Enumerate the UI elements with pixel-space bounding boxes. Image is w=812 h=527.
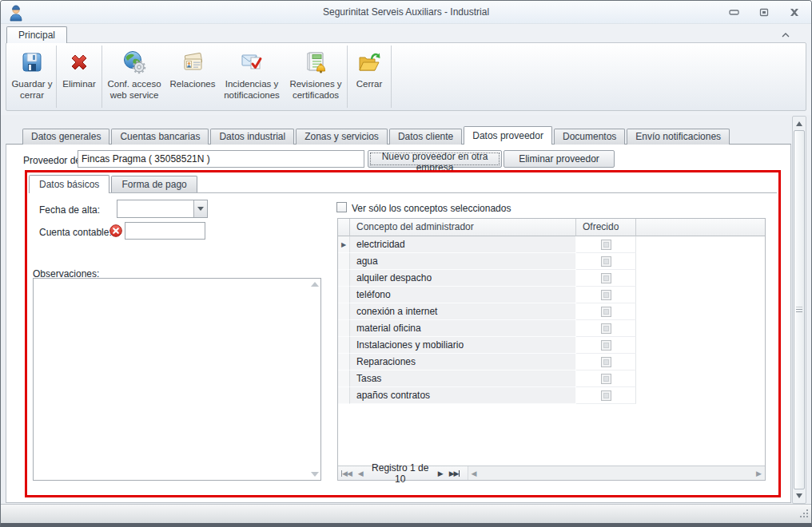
- concepto-cell[interactable]: material oficina: [350, 320, 576, 337]
- ofrecido-cell[interactable]: [576, 287, 636, 303]
- concepto-cell[interactable]: apaños contratos: [350, 387, 576, 404]
- save-close-button[interactable]: Guardar y cerrar: [8, 44, 56, 109]
- document-tabs: Datos generales Cuentas bancarias Datos …: [22, 127, 731, 145]
- tab-documentos[interactable]: Documentos: [554, 129, 625, 145]
- scroll-left-icon[interactable]: ◀: [472, 470, 477, 477]
- ofrecido-cell[interactable]: [576, 253, 636, 270]
- table-row[interactable]: apaños contratos: [338, 387, 765, 404]
- table-row[interactable]: Tasas: [338, 370, 765, 387]
- relations-button[interactable]: Relaciones: [166, 44, 219, 109]
- scrollbar-up-icon[interactable]: [793, 117, 806, 130]
- ofrecido-cell[interactable]: [576, 270, 636, 287]
- grid-column-empty: [636, 219, 765, 236]
- concepto-cell[interactable]: teléfono: [350, 287, 576, 303]
- ofrecido-checkbox[interactable]: [601, 357, 611, 367]
- grid-column-ofrecido[interactable]: Ofrecido: [576, 219, 636, 236]
- relations-label: Relaciones: [170, 79, 216, 90]
- concepto-cell[interactable]: alquiler despacho: [350, 270, 576, 287]
- concepto-cell[interactable]: agua: [350, 253, 576, 270]
- grid-horizontal-scrollbar[interactable]: ◀ ▶: [468, 466, 765, 480]
- ofrecido-checkbox[interactable]: [601, 307, 611, 317]
- provider-label: Proveedor de:: [23, 155, 83, 166]
- ofrecido-checkbox[interactable]: [601, 323, 611, 334]
- tab-envio-notificaciones[interactable]: Envío notificaciones: [627, 129, 730, 145]
- table-row[interactable]: conexión a internet: [338, 303, 765, 320]
- new-provider-button[interactable]: Nuevo proveedor en otra empresa: [368, 150, 502, 168]
- last-record-icon[interactable]: ▶▶: [446, 470, 463, 477]
- concepto-cell[interactable]: Instalaciones y mobiliario: [350, 337, 576, 354]
- tab-cuentas-bancarias[interactable]: Cuentas bancarias: [111, 129, 209, 145]
- next-record-icon[interactable]: ▶: [435, 470, 446, 477]
- table-row[interactable]: agua: [338, 253, 765, 270]
- ofrecido-checkbox[interactable]: [601, 374, 611, 384]
- ofrecido-checkbox[interactable]: [601, 340, 611, 351]
- concepto-cell[interactable]: Tasas: [350, 370, 576, 387]
- table-row[interactable]: Instalaciones y mobiliario: [338, 337, 765, 354]
- filter-selected-label: Ver sólo los conceptos seleccionados: [352, 203, 511, 214]
- ofrecido-cell[interactable]: [576, 387, 636, 404]
- grid-column-concepto[interactable]: Concepto del administrador: [350, 219, 576, 236]
- ofrecido-checkbox[interactable]: [601, 290, 611, 300]
- tab-datos-proveedor[interactable]: Datos proveedor: [464, 126, 552, 145]
- ribbon-collapse-icon[interactable]: [781, 30, 790, 37]
- table-row[interactable]: material oficina: [338, 320, 765, 337]
- table-row[interactable]: alquiler despacho: [338, 270, 765, 287]
- ofrecido-checkbox[interactable]: [601, 240, 611, 250]
- incidents-notifications-button[interactable]: Incidencias y notificaciones: [219, 44, 285, 109]
- ofrecido-checkbox[interactable]: [601, 256, 611, 267]
- scroll-right-icon[interactable]: ▶: [756, 470, 762, 477]
- webservice-config-button[interactable]: Conf. acceso web service: [102, 44, 166, 109]
- tab-datos-generales[interactable]: Datos generales: [22, 129, 109, 145]
- folder-arrow-icon: [356, 50, 382, 75]
- vertical-scrollbar[interactable]: [792, 116, 806, 504]
- provider-subtabs: Datos básicos Forma de pago: [29, 175, 777, 193]
- close-form-button[interactable]: Cerrar: [348, 44, 391, 109]
- previous-record-icon[interactable]: ◀: [355, 470, 366, 477]
- resize-grip[interactable]: [798, 508, 809, 521]
- ofrecido-cell[interactable]: [576, 236, 636, 253]
- fecha-alta-dropdown-button[interactable]: [193, 200, 207, 217]
- delete-provider-button[interactable]: Eliminar proveedor: [504, 150, 615, 168]
- subtab-datos-basicos[interactable]: Datos básicos: [29, 175, 109, 193]
- first-record-icon[interactable]: ◀◀: [338, 470, 355, 477]
- tab-zonas-servicios[interactable]: Zonas y servicios: [296, 129, 388, 145]
- window-controls: [728, 7, 800, 17]
- ofrecido-cell[interactable]: [576, 303, 636, 320]
- concepto-cell[interactable]: electricidad: [350, 236, 576, 253]
- chevron-down-icon: [197, 207, 204, 211]
- subtab-forma-pago[interactable]: Forma de pago: [111, 176, 197, 192]
- ribbon-tab-principal[interactable]: Principal: [6, 26, 67, 43]
- app-window: Segurinitat Serveis Auxiliars - Industri…: [0, 0, 812, 527]
- table-row[interactable]: ▶ electricidad: [338, 236, 765, 253]
- table-row[interactable]: Reparaciones: [338, 354, 765, 370]
- notebook-bell-icon: [303, 50, 328, 75]
- cuenta-contable-input[interactable]: [125, 222, 205, 240]
- ofrecido-cell[interactable]: [576, 354, 636, 370]
- window-title: Segurinitat Serveis Auxiliars - Industri…: [97, 6, 715, 18]
- fecha-alta-label: Fecha de alta:: [39, 204, 100, 216]
- scroll-down-icon[interactable]: [311, 472, 319, 477]
- scrollbar-thumb[interactable]: [794, 130, 805, 489]
- ofrecido-checkbox[interactable]: [601, 273, 611, 283]
- ofrecido-cell[interactable]: [576, 320, 636, 337]
- ribbon: Principal Guardar y cerrar: [1, 24, 811, 115]
- tab-datos-cliente[interactable]: Datos cliente: [389, 129, 462, 145]
- observaciones-textarea[interactable]: [33, 278, 321, 481]
- provider-input[interactable]: [78, 150, 364, 168]
- revisions-certificates-button[interactable]: Revisiones y certificados: [285, 44, 347, 109]
- ofrecido-cell[interactable]: [576, 337, 636, 354]
- close-button[interactable]: [789, 7, 800, 17]
- tab-datos-industrial[interactable]: Datos industrial: [210, 129, 294, 145]
- concepto-cell[interactable]: conexión a internet: [350, 303, 576, 320]
- table-row[interactable]: teléfono: [338, 287, 765, 303]
- restore-button[interactable]: [758, 7, 770, 17]
- delete-button[interactable]: Eliminar: [57, 44, 102, 109]
- concepto-cell[interactable]: Reparaciones: [350, 354, 576, 370]
- scrollbar-down-icon[interactable]: [793, 489, 806, 502]
- ofrecido-checkbox[interactable]: [601, 390, 611, 401]
- scroll-up-icon[interactable]: [311, 282, 319, 287]
- filter-selected-checkbox[interactable]: [336, 202, 347, 212]
- ofrecido-cell[interactable]: [576, 370, 636, 387]
- minimize-button[interactable]: [728, 7, 739, 17]
- fecha-alta-combo[interactable]: [117, 200, 208, 218]
